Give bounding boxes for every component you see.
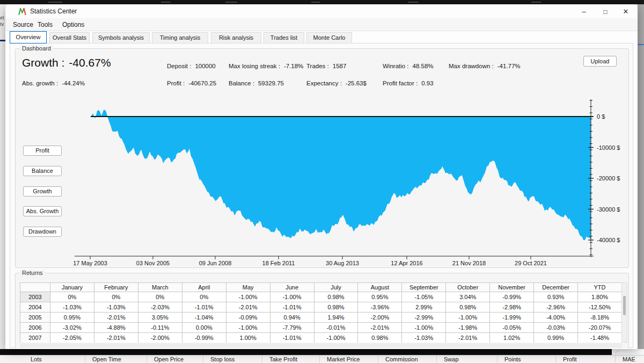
tab-overview[interactable]: Overview <box>10 31 47 43</box>
background-column-market-price: Market Price <box>327 356 360 362</box>
maximize-button[interactable]: □ <box>597 5 614 18</box>
scrollbar-thumb[interactable] <box>623 296 626 315</box>
return-cell: -1.00% <box>226 323 270 333</box>
background-column-points: Points <box>504 356 521 362</box>
tab-monte-carlo[interactable]: Monte Carlo <box>306 32 352 43</box>
background-trades-table-header: LotsOpen TimeOpen PriceStop lossTake Pro… <box>0 355 644 363</box>
background-column-open-time: Open Time <box>92 356 121 362</box>
background-column-stop-loss: Stop loss <box>210 356 235 362</box>
return-cell: 1.80% <box>578 292 622 302</box>
return-cell: -3.02% <box>50 323 94 333</box>
returns-header-september: September <box>402 283 446 292</box>
svg-text:-20000 $: -20000 $ <box>597 175 620 182</box>
return-cell: -2.98% <box>490 302 534 313</box>
year-cell: 2005 <box>20 313 50 323</box>
return-cell: -4.00% <box>534 313 578 323</box>
return-cell: -2.00% <box>358 313 402 323</box>
return-cell: -2.01% <box>94 333 138 343</box>
return-cell: -1.03% <box>402 333 446 343</box>
return-cell: 1.00% <box>226 333 270 343</box>
tab-risk-analysis[interactable]: Risk analysis <box>211 32 261 43</box>
svg-text:09 Jun 2008: 09 Jun 2008 <box>199 260 232 266</box>
return-cell: 0% <box>182 292 226 302</box>
tab-overall-stats[interactable]: Overall Stats <box>49 32 90 43</box>
tab-trades-list[interactable]: Trades list <box>264 32 304 43</box>
svg-text:17 May 2003: 17 May 2003 <box>73 260 107 266</box>
returns-header-november: November <box>490 283 534 292</box>
menu-item-tools[interactable]: Tools <box>35 18 55 31</box>
screen: et tv ⋰ LotsOpen TimeOpen PriceStop loss… <box>0 0 644 363</box>
return-cell: -1.01% <box>270 333 314 343</box>
background-column-swap: Swap <box>444 356 459 362</box>
return-cell: 0.93% <box>534 292 578 302</box>
svg-text:21 Nov 2018: 21 Nov 2018 <box>452 260 486 266</box>
returns-header-may: May <box>226 283 270 292</box>
returns-header-january: January <box>50 283 94 292</box>
returns-header-february: February <box>94 283 138 292</box>
svg-text:30 Aug 2013: 30 Aug 2013 <box>326 260 359 266</box>
returns-row-2005[interactable]: 20050.95%-2.01%3.05%-1.04%-0.09%0.94%1.9… <box>20 313 622 323</box>
column-divider <box>555 355 556 363</box>
returns-header-july: July <box>314 283 358 292</box>
close-button[interactable]: ✕ <box>617 5 634 18</box>
svg-text:-10000 $: -10000 $ <box>597 144 620 151</box>
return-cell: -0.09% <box>226 313 270 323</box>
tab-symbols-analysis[interactable]: Symbols analysis <box>92 32 150 43</box>
column-divider <box>85 355 85 363</box>
return-cell: 0.98% <box>314 302 358 313</box>
returns-group-label: Returns <box>20 270 45 276</box>
column-divider <box>436 355 437 363</box>
return-cell: 0.99% <box>534 333 578 343</box>
return-cell: 3.05% <box>138 313 182 323</box>
return-cell: 3.04% <box>446 292 490 302</box>
column-divider <box>203 355 203 363</box>
column-divider <box>147 355 147 363</box>
return-cell: -0.03% <box>534 323 578 333</box>
return-cell: -1.48% <box>578 333 622 343</box>
svg-text:12 Apr 2016: 12 Apr 2016 <box>391 260 422 266</box>
return-cell: 2.99% <box>402 302 446 313</box>
menu-item-source[interactable]: Source <box>11 18 35 31</box>
background-column-mae: MAE <box>623 356 635 362</box>
returns-header-ytd: YTD <box>578 283 622 292</box>
return-cell: -3.96% <box>358 302 402 313</box>
return-cell: -1.00% <box>226 292 270 302</box>
returns-row-2006[interactable]: 2006-3.02%-4.88%-0.11%0.00%-1.00%-7.79%-… <box>20 323 622 333</box>
returns-row-2007[interactable]: 2007-2.05%-2.01%-2.00%-0.99%1.00%-1.01%-… <box>20 333 622 343</box>
column-divider <box>378 355 378 363</box>
background-column-open-price: Open Price <box>154 356 184 362</box>
background-column-profit: Profit <box>563 356 577 362</box>
return-cell: -1.03% <box>94 302 138 313</box>
return-cell: -1.00% <box>402 323 446 333</box>
menu-item-options[interactable]: Options <box>60 18 86 31</box>
return-cell: -2.03% <box>138 302 182 313</box>
return-cell: 0.98% <box>358 333 402 343</box>
svg-text:03 Nov 2005: 03 Nov 2005 <box>136 260 170 266</box>
return-cell: -20.07% <box>578 323 622 333</box>
returns-header-december: December <box>534 283 578 292</box>
return-cell: -1.00% <box>446 313 490 323</box>
background-column-lots: Lots <box>31 356 42 362</box>
background-text-fragment: et <box>0 15 4 20</box>
svg-text:-30000 $: -30000 $ <box>597 206 620 213</box>
minimize-button[interactable]: – <box>575 5 592 18</box>
returns-row-2004[interactable]: 2004-1.03%-1.03%-2.03%-1.01%-2.01%-1.01%… <box>20 302 622 313</box>
return-cell: -0.99% <box>490 292 534 302</box>
returns-group: Returns JanuaryFebruaryMarchAprilMayJune… <box>15 273 629 348</box>
column-divider <box>615 355 616 363</box>
return-cell: -2.01% <box>226 302 270 313</box>
dashboard-group: Dashboard Growth :-40.67% Abs. growth :-… <box>15 48 629 268</box>
tab-content-panel: Dashboard Growth :-40.67% Abs. growth :-… <box>10 43 633 348</box>
returns-table-scrollbar[interactable] <box>621 282 627 343</box>
return-cell: -1.01% <box>182 302 226 313</box>
background-top-strip <box>0 0 644 4</box>
tab-timing-analysis[interactable]: Timing analysis <box>152 32 208 43</box>
returns-row-2003[interactable]: 20030%0%0%0%-1.00%-1.00%0.98%0.95%-1.05%… <box>20 292 622 302</box>
return-cell: 1.02% <box>490 333 534 343</box>
title-bar[interactable]: Statistics Center – □ ✕ <box>5 4 638 18</box>
return-cell: -0.05% <box>490 323 534 333</box>
resize-grip-icon: ⋰ <box>615 349 620 354</box>
statistics-center-window: Statistics Center – □ ✕ SourceToolsOptio… <box>5 4 638 349</box>
return-cell: -0.11% <box>138 323 182 333</box>
return-cell: 0.00% <box>182 323 226 333</box>
